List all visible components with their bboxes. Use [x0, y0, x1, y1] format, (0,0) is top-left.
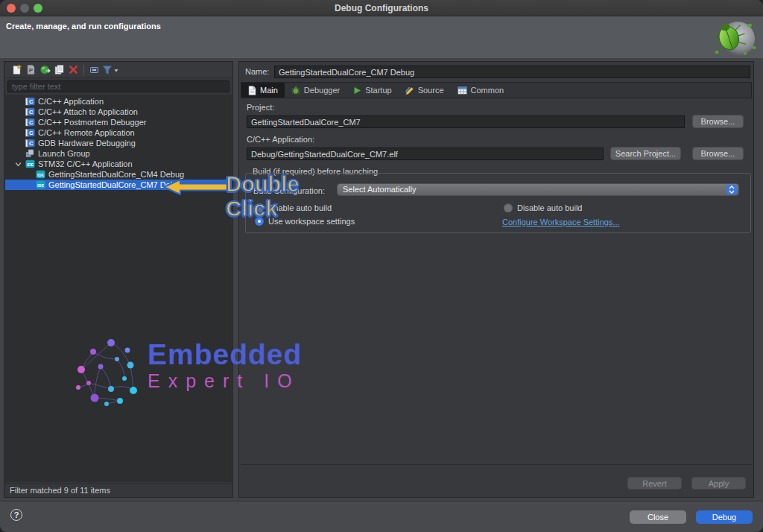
revert-button[interactable]: Revert: [627, 477, 682, 490]
svg-text:C: C: [28, 109, 33, 115]
name-input[interactable]: [274, 66, 750, 78]
tab-common[interactable]: Common: [451, 83, 511, 98]
application-label: C/C++ Application:: [247, 135, 314, 144]
tab-label: Startup: [365, 86, 391, 95]
name-label: Name:: [245, 67, 269, 76]
tree-item-label: C/C++ Attach to Application: [38, 107, 138, 116]
new-config-icon[interactable]: [10, 63, 24, 77]
title-bar: Debug Configurations: [0, 0, 763, 16]
svg-text:P: P: [29, 67, 34, 74]
tree-item-label: C/C++ Remote Application: [38, 128, 135, 137]
configurations-tree: CC/C++ ApplicationCC/C++ Attach to Appli…: [5, 95, 232, 482]
build-group-box: Build Configuration: Select Automaticall…: [245, 173, 751, 233]
tree-item[interactable]: Launch Group: [5, 148, 232, 159]
dropdown-stepper-icon: [726, 185, 737, 194]
radio-selected-icon[interactable]: [255, 217, 264, 226]
svg-text:C: C: [28, 119, 33, 126]
tree-item-label: C/C++ Application: [38, 97, 104, 106]
svg-text:IDE: IDE: [37, 173, 44, 177]
use-workspace-settings-label: Use workspace settings: [268, 217, 355, 226]
tab-main[interactable]: Main: [241, 83, 285, 98]
build-config-label: Build Configuration:: [253, 186, 325, 195]
tree-item-label: STM32 C/C++ Application: [38, 159, 133, 168]
radio-icon[interactable]: [504, 203, 513, 212]
duplicate-config-icon[interactable]: [52, 63, 66, 77]
window-title: Debug Configurations: [0, 0, 763, 16]
tree-item-label: C/C++ Postmortem Debugger: [38, 118, 147, 127]
tab-debugger[interactable]: Debugger: [285, 83, 346, 98]
tab-source[interactable]: Source: [399, 83, 451, 98]
close-button[interactable]: Close: [630, 510, 686, 524]
launch-group-icon: [25, 149, 35, 158]
build-config-value: Select Automatically: [343, 185, 416, 194]
svg-text:C: C: [28, 140, 33, 147]
project-browse-button[interactable]: Browse...: [692, 115, 744, 128]
dialog-footer: ? Close Debug: [0, 501, 763, 532]
chevron-down-icon[interactable]: [13, 161, 23, 168]
enable-auto-build-label: Enable auto build: [268, 203, 332, 212]
tree-item[interactable]: IDEGettingStartedDualCore_CM4 Debug: [5, 169, 232, 180]
filter-input[interactable]: [7, 80, 229, 92]
apply-button[interactable]: Apply: [691, 477, 746, 490]
build-config-dropdown[interactable]: Select Automatically: [337, 183, 739, 196]
delete-config-icon[interactable]: [66, 63, 80, 77]
settings-tabbar: MainDebuggerStartupSourceCommon: [241, 82, 752, 98]
tree-item-label: GettingStartedDualCore_CM7 Debug: [48, 180, 184, 189]
c-app-icon: C: [25, 107, 35, 116]
debug-beetle-graphic: [706, 18, 760, 61]
tree-item[interactable]: CGDB Hardware Debugging: [5, 138, 232, 148]
filter-icon[interactable]: [101, 63, 121, 77]
export-config-icon[interactable]: [38, 63, 52, 77]
tab-label: Common: [471, 86, 504, 95]
tree-item[interactable]: CC/C++ Postmortem Debugger: [5, 117, 232, 127]
close-window-button[interactable]: [7, 4, 16, 13]
tab-label: Debugger: [304, 86, 340, 95]
svg-text:IDE: IDE: [27, 162, 34, 167]
disable-auto-build-option[interactable]: Disable auto build: [504, 203, 582, 212]
play-icon: [353, 86, 361, 95]
radio-icon[interactable]: [255, 203, 264, 212]
dialog-header: Create, manage, and run configurations: [0, 16, 763, 58]
pencil-icon: [405, 86, 414, 95]
debug-button[interactable]: Debug: [696, 510, 753, 524]
project-input[interactable]: [247, 115, 685, 128]
filter-status: Filter matched 9 of 11 items: [5, 483, 232, 497]
tree-item[interactable]: CC/C++ Attach to Application: [5, 107, 232, 117]
form-separator: [241, 464, 752, 465]
sidebar-toolbar: P: [4, 62, 232, 78]
tree-item-label: Launch Group: [38, 149, 90, 158]
c-app-icon: C: [25, 139, 35, 148]
configure-workspace-settings-link[interactable]: Configure Workspace Settings...: [502, 218, 620, 227]
collapse-all-icon[interactable]: [87, 63, 101, 77]
tree-item-label: GettingStartedDualCore_CM4 Debug: [48, 170, 184, 179]
disable-auto-build-label: Disable auto build: [517, 203, 582, 212]
application-input[interactable]: [247, 148, 604, 160]
configuration-form: Name: MainDebuggerStartupSourceCommon Pr…: [238, 61, 754, 498]
tab-label: Main: [260, 86, 278, 95]
ide-icon: IDE: [25, 159, 35, 168]
svg-text:C: C: [28, 130, 33, 136]
tree-item-label: GDB Hardware Debugging: [38, 139, 136, 148]
ide-icon: IDE: [35, 180, 45, 189]
tree-item[interactable]: CC/C++ Application: [5, 96, 232, 107]
tree-item[interactable]: CC/C++ Remote Application: [5, 127, 232, 138]
help-button[interactable]: ?: [10, 509, 22, 521]
svg-text:C: C: [28, 98, 33, 105]
zoom-window-button[interactable]: [34, 4, 42, 13]
configurations-sidebar: P CC/C++ ApplicationCC/C++ Attach to App…: [4, 61, 233, 498]
tab-startup[interactable]: Startup: [346, 83, 398, 98]
c-app-icon: C: [25, 118, 35, 127]
debug-bug-icon: [291, 86, 300, 95]
minimize-window-button[interactable]: [20, 4, 29, 13]
tree-item[interactable]: IDESTM32 C/C++ Application: [5, 159, 232, 169]
dialog-subtitle: Create, manage, and run configurations: [6, 22, 161, 31]
tree-item[interactable]: IDEGettingStartedDualCore_CM7 Debug: [5, 180, 232, 190]
search-project-button[interactable]: Search Project...: [610, 147, 681, 160]
application-browse-button[interactable]: Browse...: [692, 147, 744, 160]
new-prototype-icon[interactable]: P: [24, 63, 38, 77]
toolbar-separator: [83, 65, 84, 75]
use-workspace-settings-option[interactable]: Use workspace settings: [255, 217, 355, 226]
enable-auto-build-option[interactable]: Enable auto build: [255, 203, 332, 212]
debug-configurations-dialog: Debug Configurations Create, manage, and…: [0, 0, 763, 532]
c-app-icon: C: [25, 97, 35, 106]
